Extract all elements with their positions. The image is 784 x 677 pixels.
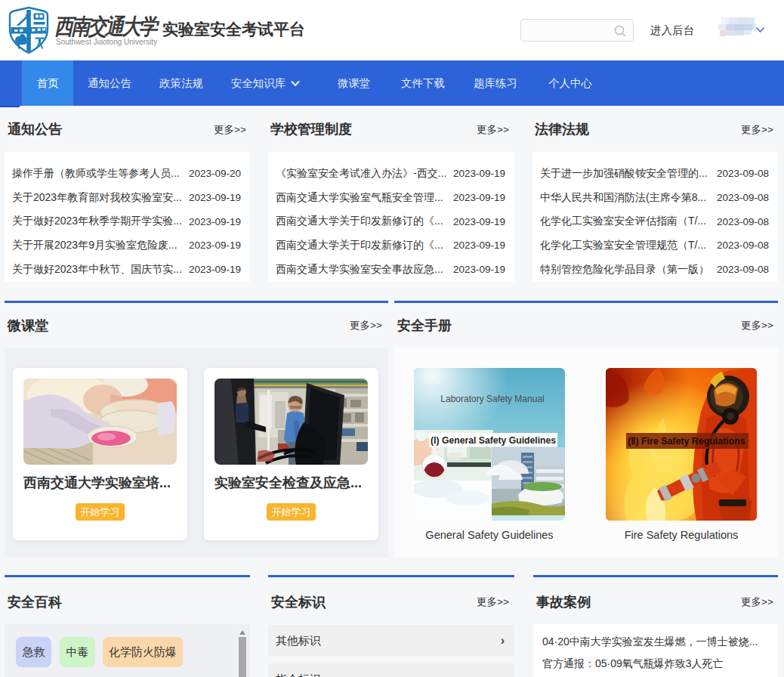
svg-text:(Ⅱ) Fire Safety Regulations: (Ⅱ) Fire Safety Regulations [628,436,745,447]
svg-text:(Ⅰ) General Safety Guidelines: (Ⅰ) General Safety Guidelines [431,435,556,446]
svg-text:Laboratory Safety Manual: Laboratory Safety Manual [440,394,544,404]
